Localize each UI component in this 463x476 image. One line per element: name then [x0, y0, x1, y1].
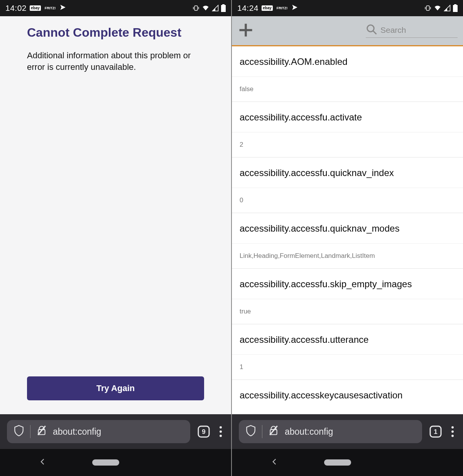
svg-rect-13: [454, 4, 456, 5]
preferences-list[interactable]: accessibility.AOM.enabledfalseaccessibil…: [232, 46, 463, 414]
svg-line-6: [38, 426, 45, 435]
svg-rect-4: [222, 4, 225, 5]
error-body: Additional information about this proble…: [27, 50, 204, 73]
home-pill[interactable]: [324, 459, 351, 466]
signal-icon: [212, 5, 219, 12]
pref-row[interactable]: accessibility.accessfu.skip_empty_images…: [232, 269, 463, 324]
menu-button[interactable]: [217, 426, 224, 437]
battery-icon: [453, 4, 458, 12]
browser-toolbar: about:config 1: [232, 414, 463, 449]
svg-rect-9: [426, 6, 429, 10]
status-app-fritz: FRITZ!: [276, 6, 289, 10]
pref-row[interactable]: accessibility.accessfu.activate2: [232, 102, 463, 158]
svg-line-19: [270, 426, 277, 435]
pref-value: 0: [232, 188, 463, 213]
config-toolbar: [232, 16, 463, 46]
permissions-icon[interactable]: [37, 425, 47, 439]
pref-value: 2: [232, 132, 463, 157]
vibrate-icon: [193, 5, 199, 12]
shield-icon[interactable]: [246, 425, 256, 439]
svg-point-16: [367, 25, 374, 32]
battery-icon: [221, 4, 226, 12]
try-again-button[interactable]: Try Again: [27, 376, 204, 400]
url-bar[interactable]: about:config: [239, 420, 422, 443]
back-button[interactable]: [270, 458, 278, 467]
add-button[interactable]: [237, 22, 254, 40]
status-app-ebay: ebay: [262, 5, 273, 11]
svg-text:1: 1: [434, 428, 437, 435]
signal-icon: [444, 5, 451, 12]
pref-value: true: [232, 299, 463, 324]
home-pill[interactable]: [92, 459, 119, 466]
pref-name: accessibility.accessfu.skip_empty_images: [232, 269, 463, 299]
system-nav-bar: [0, 449, 231, 476]
pref-name: accessibility.accessfu.quicknav_index: [232, 158, 463, 188]
status-bar: 14:02 ebay FRITZ!: [0, 0, 231, 16]
separator: [30, 425, 30, 438]
status-app-ebay: ebay: [30, 5, 41, 11]
pref-value: false: [232, 77, 463, 102]
pref-name: accessibility.accessfu.activate: [232, 102, 463, 132]
status-app-fritz: FRITZ!: [44, 6, 57, 10]
url-text: about:config: [53, 427, 101, 437]
url-text: about:config: [285, 427, 333, 437]
pref-name: accessibility.accessfu.quicknav_modes: [232, 213, 463, 244]
status-icons: [424, 4, 458, 12]
menu-button[interactable]: [449, 426, 456, 437]
status-time: 14:24: [237, 3, 259, 13]
svg-line-17: [373, 31, 377, 34]
status-time: 14:02: [5, 3, 27, 13]
phone-left: 14:02 ebay FRITZ! Cannot Complete Reques…: [0, 0, 231, 476]
wifi-icon: [434, 5, 441, 12]
pref-row[interactable]: accessibility.accessfu.quicknav_index0: [232, 158, 463, 213]
pref-value: 1: [232, 355, 463, 379]
search-input[interactable]: [380, 25, 458, 35]
pref-name: accessibility.AOM.enabled: [232, 46, 463, 77]
status-bar: 14:24 ebay FRITZ!: [232, 0, 463, 16]
svg-rect-0: [194, 6, 198, 10]
pref-value: Link,Heading,FormElement,Landmark,ListIt…: [232, 244, 463, 268]
error-title: Cannot Complete Request: [27, 25, 204, 40]
shield-icon[interactable]: [14, 425, 24, 439]
separator: [262, 425, 262, 438]
about-config-page: accessibility.AOM.enabledfalseaccessibil…: [232, 16, 463, 414]
browser-toolbar: about:config 9: [0, 414, 231, 449]
error-page: Cannot Complete Request Additional infor…: [0, 16, 231, 414]
vibrate-icon: [424, 5, 431, 12]
svg-text:9: 9: [202, 428, 205, 435]
permissions-icon[interactable]: [269, 425, 279, 439]
status-app-check-icon: [291, 3, 298, 13]
svg-rect-12: [453, 5, 458, 12]
system-nav-bar: [232, 449, 463, 476]
pref-name: accessibility.accessfu.utterance: [232, 324, 463, 355]
svg-rect-3: [221, 5, 226, 12]
tabs-button[interactable]: 1: [429, 425, 442, 438]
wifi-icon: [202, 5, 210, 12]
pref-row[interactable]: accessibility.accessfu.utterance1: [232, 324, 463, 380]
status-app-check-icon: [59, 3, 66, 13]
tabs-button[interactable]: 9: [197, 425, 210, 438]
search-field[interactable]: [366, 24, 458, 38]
search-icon: [366, 24, 377, 37]
status-icons: [193, 4, 226, 12]
pref-name[interactable]: accessibility.accesskeycausesactivation: [232, 380, 463, 405]
phone-right: 14:24 ebay FRITZ!: [231, 0, 463, 476]
url-bar[interactable]: about:config: [7, 420, 190, 443]
dual-screenshot-container: 14:02 ebay FRITZ! Cannot Complete Reques…: [0, 0, 463, 476]
pref-row[interactable]: accessibility.accessfu.quicknav_modesLin…: [232, 213, 463, 269]
back-button[interactable]: [39, 458, 46, 467]
pref-row[interactable]: accessibility.AOM.enabledfalse: [232, 46, 463, 102]
